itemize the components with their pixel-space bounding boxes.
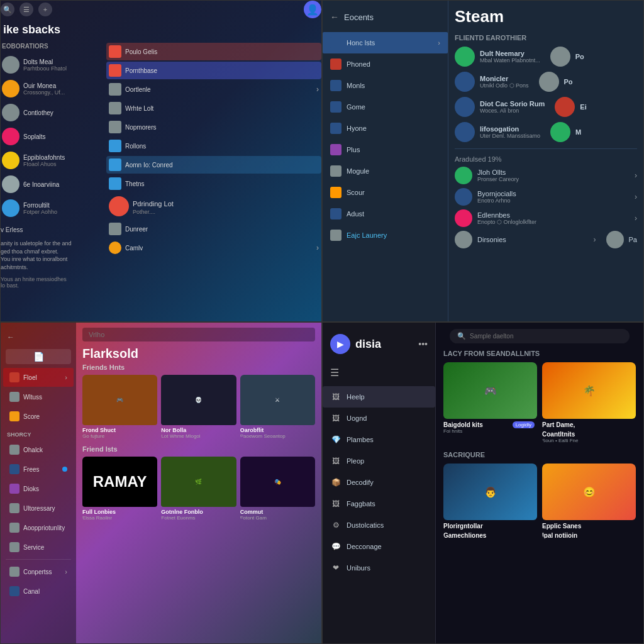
nav-item-uognd[interactable]: 🖼 Uognd [323,408,435,429]
list-item[interactable]: Wrhte Lolt [106,99,321,117]
create-button[interactable]: 📄 [6,349,71,364]
list-item[interactable]: Aomn Io: Conred [106,156,321,174]
progress-item[interactable]: Jloh OlltsPronser Careory › [455,167,637,184]
nav-icon: 🖼 [330,413,341,424]
nav-item-decodify[interactable]: 📦 Decodify [323,472,435,493]
list-item[interactable]: Dolts MealParhtboou Fhatol [1,53,101,76]
friend-item[interactable]: lifosogationUter Denl. Mansstisamo M [455,122,637,142]
add-icon[interactable]: + [38,3,52,16]
nav-item-score[interactable]: Score [3,407,74,426]
list-item[interactable]: Pornthbase [106,62,321,79]
chevron-icon: › [316,243,319,252]
search-icon: 🔍 [457,332,466,340]
avatar [455,209,472,227]
game-card[interactable]: 🌿 Gotnlne Fonblo Fotnet Euonms [161,457,236,521]
featured-card[interactable]: 🎮 Baigdold kits Fol hnlts Logidly [443,362,537,443]
list-item[interactable]: Poulo Gelis [106,43,321,60]
nav-icon [9,542,19,552]
nav-item-gome[interactable]: Gome [323,96,448,118]
search-bar[interactable]: 🔍 [450,329,630,343]
nav-icon [9,523,19,533]
game-card[interactable]: 🎮 Frond Shuct Go fujture [82,375,157,439]
game-card[interactable]: RAMAY Full Lonbies Elssa Raollnr [82,457,157,521]
friend-item[interactable]: MoniclerUtnikl Odlo ⬡ Pons Po [455,72,637,92]
avatar [2,80,19,97]
nav-item-ohalck[interactable]: Ohalck [3,440,74,459]
progress-item[interactable]: EdlennbesEnopto ⬡ Onloglolkflter › [455,209,637,227]
sacriqure-label: Sacriqure [443,451,636,458]
list-item[interactable]: Rollons [106,137,321,155]
nav-item-monls[interactable]: Monls [323,75,448,96]
game-card[interactable]: ⚔ Oarobflit Paoewom Seoantop [240,375,315,439]
game-thumbnail: 🎮 [82,375,157,425]
nav-item-dioks[interactable]: Dioks [3,479,74,498]
sacriqure-card[interactable]: 😊 Epplic Sanes lpal notiioin [542,464,636,539]
list-item[interactable]: Oortlenle › [106,80,321,98]
list-item[interactable]: EppibloafohntsFtoaol Ahuos [1,149,101,172]
main-text: v Erless [1,226,101,235]
nav-item-adust[interactable]: Adust [323,203,448,225]
progress-item[interactable]: Dirsonies › Pa [455,231,637,248]
nav-item-eajc[interactable]: Eajc Launery [323,225,448,246]
nav-item-plus[interactable]: Plus [323,139,448,160]
epic-layout: ← 📄 Floel › Wltuss Score Shorcy [1,323,321,643]
sacriqure-card[interactable]: 👨 Plorirgntollar Gamechliones [443,464,537,539]
more-options-button[interactable]: ••• [418,339,428,349]
nav-item-mogule[interactable]: Mogule [323,160,448,182]
avatar [550,122,570,142]
divider [455,148,637,149]
list-item[interactable]: Ouir MoneaCrossongy., Uf... [1,77,101,100]
menu-icon[interactable]: ☰ [19,3,33,16]
nav-item-honc[interactable]: Honc lsts › [323,32,448,53]
friend-item[interactable]: Diot Cac Sorio RumWoces. Ali bron Ei [455,97,637,117]
game-card[interactable]: 🎭 Commut Fotont Gam [240,457,315,521]
nav-item-aooppriotunlity[interactable]: Aooppriotunlity [3,518,74,537]
list-item[interactable]: 6e Inoarviina [1,173,101,196]
list-item[interactable]: Dunreer [106,220,321,238]
list-item[interactable]: Pdrinding Lot Pother.... [106,194,321,219]
nav-item-wltuss[interactable]: Wltuss [3,387,74,406]
nav-item-canal[interactable]: Canal [3,582,74,601]
avatar [2,56,19,74]
list-item[interactable]: Thetns [106,175,321,192]
nav-item-service[interactable]: Service [3,538,74,557]
menu-button[interactable]: ☰ [323,364,435,381]
nav-item-heelp[interactable]: 🖼 Heelp [323,386,435,408]
message-hint: Yous an hnite messiodheslo bast. [1,276,101,289]
friend-item[interactable]: Dult NeemaryMbal Waten Plabnotnt... Po [455,47,637,67]
search-icon[interactable]: 🔍 [1,3,14,16]
progress-item[interactable]: ByornjociallsEnotro Arhno › [455,188,637,206]
list-item[interactable]: Camlv › [106,239,321,257]
search-input[interactable] [470,333,622,340]
nav-item-floel[interactable]: Floel › [3,368,74,387]
list-item[interactable]: ForroultiltFotper Aohho [1,197,101,219]
list-item[interactable]: Soplalts [1,125,101,148]
nav-item-ultoressary[interactable]: Ultoressary [3,499,74,518]
nav-item-phoned[interactable]: Phoned [323,53,448,75]
list-item[interactable]: Nopmorers [106,118,321,136]
nav-item-dustolcatics[interactable]: ⚙ Dustolcatics [323,514,435,536]
nav-item-uniburs[interactable]: ❤ Uniburs [323,557,435,579]
back-button[interactable]: ← [1,329,76,345]
list-item[interactable]: Contlothey [1,101,101,124]
back-button[interactable]: ← [330,12,339,22]
nav-item-frees[interactable]: Frees [3,460,74,479]
nav-item-pleop[interactable]: 🖼 Pleop [323,450,435,472]
featured-card[interactable]: 🌴 Part Dame, Coantltnits Soun • Ealti Fn… [542,362,636,443]
game-card[interactable]: 💀 Nor Bolla Lot Whme Mlogol [161,375,236,439]
nav-item-conpertss[interactable]: Conpertss › [3,562,74,581]
nav-item-plambes[interactable]: 💎 Plambes [323,429,435,450]
avatar [455,231,472,248]
nav-item-decconage[interactable]: 💬 Decconage [323,536,435,557]
nav-item-scour[interactable]: Scour [323,182,448,203]
card-thumbnail: 👨 [443,464,537,520]
item-icon [109,177,121,190]
nav-item-hyone[interactable]: Hyone [323,118,448,139]
nav-item-faggbats[interactable]: 🖼 Faggbats [323,493,435,514]
chevron-right-icon: › [635,214,637,223]
panel-top-left: 🔍 ☰ + 👤 ike sbacks Eoboratiors Dolts Mea… [0,0,322,322]
search-input[interactable] [82,328,315,341]
nav-label: Phoned [347,60,370,68]
nav-icon [330,37,341,48]
page-title: ike sbacks [1,23,321,36]
